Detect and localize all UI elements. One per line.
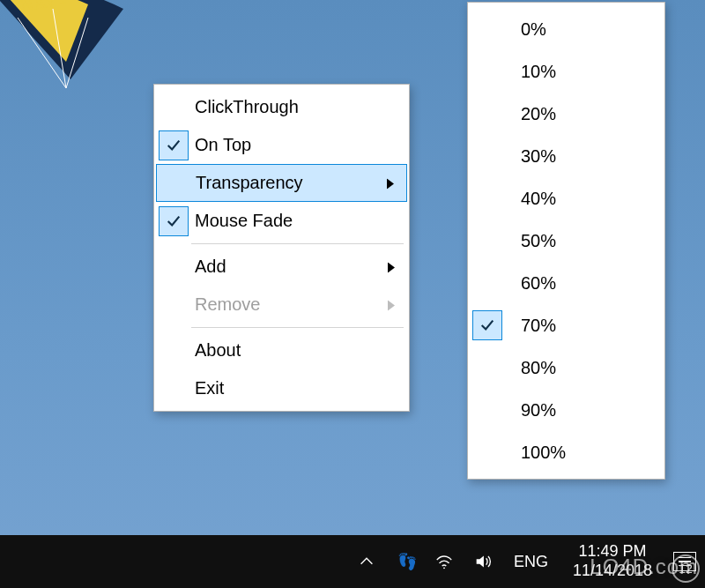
menu-item-label: Mouse Fade xyxy=(195,211,293,231)
menu-item-label: 80% xyxy=(521,358,556,378)
menu-item-transparency[interactable]: Transparency xyxy=(156,164,407,202)
submenu-item-90[interactable]: 90% xyxy=(470,389,663,431)
menu-item-about[interactable]: About xyxy=(156,331,407,369)
submenu-item-40[interactable]: 40% xyxy=(470,177,663,220)
app-tray-icon[interactable]: 👣 xyxy=(394,550,417,573)
menu-item-ontop[interactable]: On Top xyxy=(156,126,407,164)
check-icon xyxy=(472,310,502,340)
submenu-item-100[interactable]: 100% xyxy=(470,431,663,473)
svg-line-1 xyxy=(18,18,66,88)
check-icon xyxy=(159,130,189,160)
submenu-arrow-icon xyxy=(387,173,394,193)
submenu-arrow-icon xyxy=(388,294,395,315)
language-indicator[interactable]: ENG xyxy=(510,553,552,571)
tray-overflow-chevron-icon[interactable] xyxy=(355,550,378,573)
menu-item-label: 20% xyxy=(521,104,556,124)
context-menu: ClickThrough On Top Transparency Mouse F… xyxy=(153,84,410,412)
menu-item-label: On Top xyxy=(195,135,251,155)
svg-text:NAVY: NAVY xyxy=(19,0,70,16)
svg-line-3 xyxy=(66,18,88,88)
desktop-background-decoration: NAVY xyxy=(0,0,141,106)
menu-separator xyxy=(191,243,404,244)
clock-date: 11/14/2018 xyxy=(573,562,652,581)
submenu-item-80[interactable]: 80% xyxy=(470,346,663,389)
menu-item-label: Remove xyxy=(195,294,260,315)
menu-item-label: Add xyxy=(195,257,226,277)
menu-item-label: 0% xyxy=(521,19,546,40)
svg-line-2 xyxy=(53,9,66,88)
menu-item-label: 50% xyxy=(521,231,556,251)
menu-item-label: 90% xyxy=(521,400,556,421)
submenu-item-30[interactable]: 30% xyxy=(470,135,663,177)
submenu-item-70[interactable]: 70% xyxy=(470,304,663,346)
menu-item-label: Transparency xyxy=(196,173,303,193)
menu-item-label: 10% xyxy=(521,62,556,82)
menu-item-label: ClickThrough xyxy=(195,97,299,117)
action-center-icon[interactable] xyxy=(673,552,696,571)
submenu-item-10[interactable]: 10% xyxy=(470,50,663,93)
volume-icon[interactable] xyxy=(471,550,494,573)
menu-item-mousefade[interactable]: Mouse Fade xyxy=(156,202,407,240)
menu-item-label: About xyxy=(195,340,241,361)
submenu-item-60[interactable]: 60% xyxy=(470,262,663,304)
submenu-arrow-icon xyxy=(388,257,395,277)
submenu-item-0[interactable]: 0% xyxy=(470,8,663,50)
menu-item-remove: Remove xyxy=(156,286,407,324)
menu-item-label: Exit xyxy=(195,378,224,398)
menu-item-exit[interactable]: Exit xyxy=(156,369,407,407)
taskbar-clock[interactable]: 11:49 PM 11/14/2018 xyxy=(568,542,657,580)
submenu-item-50[interactable]: 50% xyxy=(470,220,663,262)
menu-item-label: 60% xyxy=(521,273,556,294)
menu-item-label: 40% xyxy=(521,189,556,209)
wifi-icon[interactable] xyxy=(433,550,456,573)
transparency-submenu: 0% 10% 20% 30% 40% 50% 60% 70% 80% 90% 1… xyxy=(467,2,665,480)
menu-item-label: 100% xyxy=(521,443,566,463)
system-tray: 👣 ENG 11:49 PM 11/14/2018 xyxy=(355,542,696,580)
taskbar: 👣 ENG 11:49 PM 11/14/2018 xyxy=(0,535,705,588)
check-icon xyxy=(159,206,189,236)
svg-point-4 xyxy=(443,567,445,569)
menu-item-clickthrough[interactable]: ClickThrough xyxy=(156,88,407,126)
menu-separator xyxy=(191,327,404,328)
clock-time: 11:49 PM xyxy=(578,542,646,562)
menu-item-add[interactable]: Add xyxy=(156,248,407,286)
menu-item-label: 30% xyxy=(521,146,556,167)
menu-item-label: 70% xyxy=(521,316,556,336)
submenu-item-20[interactable]: 20% xyxy=(470,93,663,135)
